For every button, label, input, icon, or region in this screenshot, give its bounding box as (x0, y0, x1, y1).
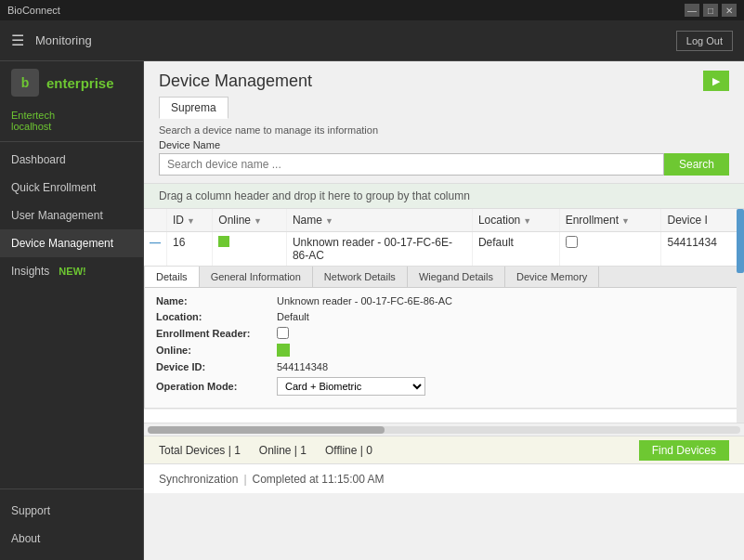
detail-tab-general[interactable]: General Information (200, 267, 313, 287)
sidebar-item-about[interactable]: About (0, 525, 143, 553)
col-id[interactable]: ID ▼ (167, 209, 213, 232)
detail-tab-network[interactable]: Network Details (313, 267, 408, 287)
detail-online-label: Online: (156, 345, 277, 356)
play-button[interactable]: ▶ (703, 71, 729, 91)
maximize-button[interactable]: □ (703, 4, 718, 17)
main-layout: b enterprise Entertech localhost Dashboa… (0, 61, 744, 560)
find-devices-button[interactable]: Find Devices (639, 440, 729, 461)
online-count: Online | 1 (259, 444, 307, 457)
row-enrollment-cell (559, 232, 661, 267)
app-header: ☰ Monitoring Log Out (0, 20, 744, 61)
window-controls: — □ ✕ (685, 4, 737, 17)
enrollment-reader-checkbox[interactable] (277, 327, 289, 339)
sidebar-item-dashboard[interactable]: Dashboard (0, 146, 143, 174)
minimize-button[interactable]: — (685, 4, 699, 17)
id-sort-icon: ▼ (187, 216, 195, 226)
sync-separator: | (243, 473, 246, 486)
vertical-scrollbar[interactable] (737, 209, 744, 423)
detail-op-mode-row: Operation Mode: Card + Biometric Card On… (156, 377, 731, 396)
sidebar-item-user-management[interactable]: User Management (0, 202, 143, 229)
search-row: Search (159, 153, 729, 176)
window-title: BioConnect (7, 5, 60, 16)
status-bar: Total Devices | 1 Online | 1 Offline | 0… (144, 436, 744, 463)
sync-bar: Synchronization | Completed at 11:15:00 … (144, 463, 744, 493)
detail-tab-memory[interactable]: Device Memory (505, 267, 599, 287)
detail-location-value: Default (277, 311, 309, 322)
sidebar-item-insights[interactable]: Insights NEW! (0, 257, 143, 285)
horizontal-scroll-thumb (148, 426, 385, 434)
vertical-scrollbar-thumb (737, 209, 744, 273)
online-indicator (218, 236, 229, 247)
detail-device-id-value: 544114348 (277, 361, 328, 372)
sidebar-bottom: Support About (0, 488, 143, 560)
location-sort-icon: ▼ (523, 216, 531, 226)
content-header: Device Management ▶ (144, 61, 744, 97)
detail-content: Name: Unknown reader - 00-17-FC-6E-86-AC… (145, 288, 742, 408)
group-header-text: Drag a column header and drop it here to… (159, 189, 470, 202)
host-name: localhost (11, 121, 132, 132)
row-id-cell: 16 (167, 232, 213, 267)
support-label: Support (11, 504, 50, 517)
detail-cell: Details General Information Network Deta… (144, 266, 744, 410)
company-name: Entertech (11, 110, 132, 121)
col-name[interactable]: Name ▼ (286, 209, 472, 232)
device-table-container: ID ▼ Online ▼ Name ▼ Location (144, 209, 744, 423)
sidebar-item-device-management[interactable]: Device Management (0, 229, 143, 257)
sidebar-item-quick-enrollment[interactable]: Quick Enrollment (0, 174, 143, 202)
user-management-label: User Management (11, 209, 103, 222)
title-bar: BioConnect — □ ✕ (0, 0, 744, 20)
dashboard-label: Dashboard (11, 153, 66, 166)
detail-enrollment-label: Enrollment Reader: (156, 328, 277, 339)
device-management-label: Device Management (11, 237, 113, 250)
quick-enrollment-label: Quick Enrollment (11, 181, 96, 194)
sidebar-item-support[interactable]: Support (0, 497, 143, 525)
sync-label: Synchronization (159, 473, 238, 486)
detail-device-id-row: Device ID: 544114348 (156, 361, 731, 372)
detail-name-label: Name: (156, 295, 277, 306)
horizontal-scroll-area[interactable] (144, 423, 744, 436)
detail-location-label: Location: (156, 311, 277, 322)
col-select (144, 209, 167, 232)
detail-name-value: Unknown reader - 00-17-FC-6E-86-AC (277, 295, 452, 306)
detail-tabs: Details General Information Network Deta… (145, 267, 742, 288)
hamburger-menu-icon[interactable]: ☰ (11, 32, 24, 49)
operation-mode-select[interactable]: Card + Biometric Card Only Biometric Onl… (277, 377, 425, 396)
search-button[interactable]: Search (664, 153, 729, 176)
device-table: ID ▼ Online ▼ Name ▼ Location (144, 209, 744, 410)
total-devices-count: Total Devices | 1 (159, 444, 241, 457)
col-enrollment[interactable]: Enrollment ▼ (559, 209, 661, 232)
tabs-row: Suprema (144, 97, 744, 119)
row-marker-cell: — (144, 232, 167, 267)
detail-device-id-label: Device ID: (156, 361, 277, 372)
logout-button[interactable]: Log Out (676, 31, 733, 51)
detail-tab-wiegand[interactable]: Wiegand Details (408, 267, 505, 287)
enrollment-checkbox[interactable] (566, 236, 578, 248)
row-location-cell: Default (472, 232, 559, 267)
col-device-id[interactable]: Device I (661, 209, 744, 232)
detail-name-row: Name: Unknown reader - 00-17-FC-6E-86-AC (156, 295, 731, 306)
name-sort-icon: ▼ (325, 216, 333, 226)
detail-tab-details[interactable]: Details (145, 267, 200, 287)
table-row[interactable]: — 16 Unknown reader - 00-17-FC-6E-86-AC … (144, 232, 744, 267)
row-name: Unknown reader - 00-17-FC-6E-86-AC (293, 236, 452, 262)
row-name-cell: Unknown reader - 00-17-FC-6E-86-AC (286, 232, 472, 267)
detail-panel: Details General Information Network Deta… (144, 266, 743, 409)
search-label: Device Name (159, 139, 729, 150)
close-button[interactable]: ✕ (722, 4, 737, 17)
detail-online-indicator (277, 344, 290, 357)
sidebar-nav: Dashboard Quick Enrollment User Manageme… (0, 142, 143, 488)
status-counts: Total Devices | 1 Online | 1 Offline | 0 (159, 444, 372, 457)
search-input[interactable] (159, 153, 664, 176)
detail-location-row: Location: Default (156, 311, 731, 322)
logo-icon: b (11, 69, 39, 97)
enrollment-sort-icon: ▼ (621, 216, 630, 226)
row-id: 16 (173, 236, 185, 249)
row-device-id-cell: 54411434 (661, 232, 744, 267)
col-location[interactable]: Location ▼ (472, 209, 559, 232)
tab-suprema[interactable]: Suprema (159, 97, 228, 119)
logo-letter: b (21, 75, 30, 90)
row-device-id: 54411434 (667, 236, 716, 249)
about-label: About (11, 532, 40, 545)
col-online[interactable]: Online ▼ (213, 209, 287, 232)
search-area: Search a device name to manage its infor… (144, 119, 744, 183)
